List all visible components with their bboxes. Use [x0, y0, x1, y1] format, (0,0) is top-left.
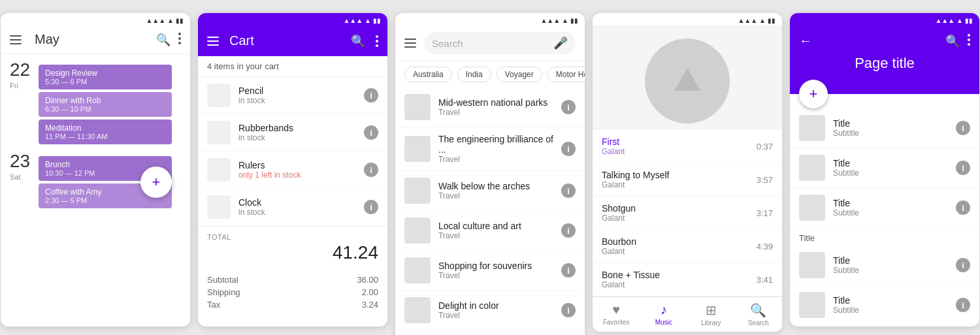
list-item-info-icon-1[interactable]: i [561, 142, 576, 156]
list-item-info-icon-5[interactable]: i [561, 303, 576, 317]
calendar-screen: ▲▲▲ ▲ ▮▮ May 🔍 [1, 13, 190, 327]
wifi-icon-5: ▲ [956, 17, 963, 24]
cart-item-info-icon-0[interactable]: i [364, 88, 378, 103]
calendar-date-col-22: 22 Fri [10, 59, 39, 89]
pdot3 [968, 43, 970, 46]
search-icon[interactable]: 🔍 [156, 33, 171, 47]
music-item-1[interactable]: Talking to Myself Galant 3:57 [593, 163, 782, 197]
page-item-info-icon-3[interactable]: i [956, 258, 970, 272]
cart-more-icon[interactable] [376, 35, 378, 47]
page-item-info-3: Title Subtitle [833, 255, 948, 275]
cart-search-icon[interactable]: 🔍 [351, 34, 365, 48]
nav-music[interactable]: ♪ Music [640, 297, 688, 332]
nav-library[interactable]: ⊞ Library [687, 297, 735, 332]
page-item-info-4: Title Subtitle [833, 295, 948, 315]
music-item-2[interactable]: Shotgun Galant 3:17 [593, 197, 782, 230]
page-item-subtitle-0: Subtitle [833, 129, 948, 138]
list-item-info-icon-3[interactable]: i [561, 223, 576, 238]
list-item-5[interactable]: Delight in color Travel i [395, 291, 585, 330]
album-art-container [645, 39, 730, 123]
favorites-icon: ♥ [612, 302, 620, 317]
page-list-item-1[interactable]: Title Subtitle i [790, 148, 979, 188]
chip-voyager[interactable]: Voyager [497, 67, 542, 82]
music-track-artist-4: Galant [602, 280, 757, 289]
cart-item-info-icon-2[interactable]: i [364, 163, 378, 177]
cart-item-info-3: Clock in stock [238, 197, 356, 217]
calendar-event-1[interactable]: Dinner with Rob 6:30 — 10 PM [39, 92, 172, 117]
music-item-4[interactable]: Bone + Tissue Galant 3:41 [593, 263, 782, 296]
page-fab[interactable]: + [799, 80, 828, 108]
page-item-info-icon-0[interactable]: i [956, 121, 970, 135]
list-item-info-icon-2[interactable]: i [561, 183, 576, 198]
back-icon[interactable]: ← [799, 33, 812, 48]
dot1 [178, 33, 181, 35]
list-item-0[interactable]: Mid-western national parks Travel i [395, 88, 585, 127]
page-list-item-2[interactable]: Title Subtitle i [790, 188, 979, 228]
chip-india[interactable]: India [457, 67, 491, 82]
music-track-artist-2: Galant [602, 214, 757, 223]
cart-item-thumb-2 [207, 158, 231, 182]
page-item-info-0: Title Subtitle [833, 118, 948, 138]
list-item-info-icon-4[interactable]: i [561, 263, 576, 278]
music-icon: ♪ [661, 302, 667, 317]
cart-item-count: 4 items in your cart [198, 56, 387, 77]
battery-icon-2: ▮▮ [373, 17, 381, 24]
calendar-event-0[interactable]: Design Review 5:30 — 6 PM [39, 65, 172, 89]
list-item-6[interactable]: Food and drinks Travel i [395, 330, 585, 335]
ham-line-1 [10, 35, 22, 37]
mic-icon[interactable]: 🎤 [553, 36, 568, 50]
music-item-info-0: First Galant [602, 136, 757, 156]
status-icons-4: ▲▲▲ ▲ ▮▮ [738, 17, 776, 24]
page-more-icon[interactable] [968, 34, 970, 48]
music-track-title-4: Bone + Tissue [602, 270, 757, 280]
calendar-event-2[interactable]: Meditation 11 PM — 11:30 AM [39, 120, 172, 144]
cart-menu-icon[interactable] [207, 37, 219, 46]
music-track-title-2: Shotgun [602, 203, 757, 214]
cart-subtotal-line: Subtotal 36.00 [207, 274, 378, 286]
page-search-icon[interactable]: 🔍 [945, 34, 960, 48]
chip-australia[interactable]: Australia [404, 67, 452, 82]
chip-motorhome[interactable]: Motor Hom [547, 67, 585, 82]
more-options-icon[interactable] [178, 33, 181, 47]
music-item-3[interactable]: Bourbon Galant 4:39 [593, 230, 782, 263]
list-item-4[interactable]: Shopping for souvenirs Travel i [395, 251, 585, 291]
status-bar-3: ▲▲▲ ▲ ▮▮ [395, 13, 585, 25]
page-list-item-4[interactable]: Title Subtitle i [790, 285, 979, 325]
page-item-info-icon-4[interactable]: i [956, 298, 970, 312]
page-item-info-icon-1[interactable]: i [956, 161, 970, 175]
status-icons-3: ▲▲▲ ▲ ▮▮ [540, 17, 578, 24]
page-item-title-1: Title [833, 158, 948, 168]
search-menu-icon[interactable] [404, 39, 416, 48]
calendar-fab[interactable]: + [140, 167, 172, 198]
nav-favorites[interactable]: ♥ Favorites [593, 297, 640, 332]
music-track-artist-0: Galant [602, 147, 757, 156]
page-list-item-3[interactable]: Title Subtitle i [790, 246, 979, 285]
music-item-0[interactable]: First Galant 0:37 [593, 130, 782, 163]
search-bar[interactable]: Search 🎤 [424, 32, 576, 54]
list-item-info-icon-0[interactable]: i [561, 100, 576, 114]
list-item-3[interactable]: Local culture and art Travel i [395, 211, 585, 251]
nav-search[interactable]: 🔍 Search [735, 297, 783, 332]
cart-item-info-icon-3[interactable]: i [364, 200, 378, 214]
list-item-title-2: Walk below the arches [438, 181, 553, 191]
header-right-icons: 🔍 [945, 34, 970, 48]
calendar-date-row-22: 22 Fri Design Review 5:30 — 6 PM Dinner … [10, 59, 181, 144]
music-track-artist-3: Galant [602, 247, 757, 256]
list-item-subtitle-1: Travel [438, 155, 553, 164]
status-bar-1: ▲▲▲ ▲ ▮▮ [1, 13, 190, 25]
menu-icon[interactable] [10, 35, 22, 44]
list-item-info-4: Shopping for souvenirs Travel [438, 261, 553, 280]
page-list-item-0[interactable]: Title Subtitle i [790, 108, 979, 148]
cdot1 [376, 35, 378, 38]
list-item-2[interactable]: Walk below the arches Travel i [395, 171, 585, 211]
list-item-1[interactable]: The engineering brilliance of ... Travel… [395, 127, 585, 171]
page-item-info-icon-2[interactable]: i [956, 200, 970, 215]
cart-item-1: Rubberbands in stock i [198, 114, 387, 152]
list-thumb-1 [404, 136, 431, 162]
battery-icon-3: ▮▮ [570, 17, 578, 24]
list-item-info-1: The engineering brilliance of ... Travel [438, 134, 553, 164]
battery-icon-4: ▮▮ [768, 17, 776, 24]
cart-item-info-icon-1[interactable]: i [364, 125, 378, 140]
list-item-title-0: Mid-western national parks [438, 97, 553, 108]
page-item-title-0: Title [833, 118, 948, 129]
